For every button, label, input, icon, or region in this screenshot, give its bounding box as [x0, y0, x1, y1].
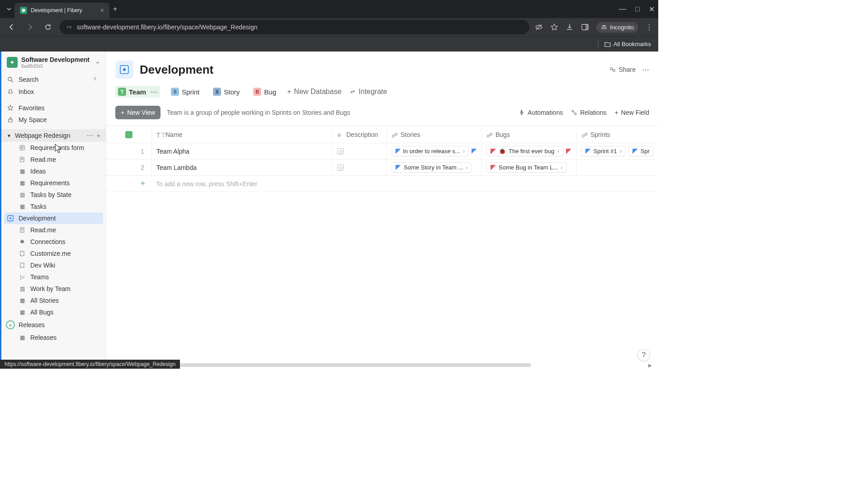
cell-description[interactable]: [332, 143, 387, 159]
sidebar-search[interactable]: Search: [1, 73, 106, 86]
sidebar-favorites[interactable]: Favorites: [1, 102, 106, 114]
cell-description[interactable]: [332, 160, 387, 175]
data-table: T⊤Name ≡Description ☍Stories ☍Bugs ☍Spri…: [106, 126, 658, 192]
search-icon: [7, 76, 14, 83]
sidebar-inbox[interactable]: Inbox: [1, 86, 106, 98]
tree-customize[interactable]: Customize.me: [1, 248, 106, 259]
cell-sprints[interactable]: Sprint #1› Spr: [576, 143, 658, 159]
add-row[interactable]: + To add a new row, press Shift+Enter: [106, 176, 658, 192]
cell-bugs[interactable]: 🐞The first ever bug›: [481, 143, 576, 159]
sidebar-section-releases[interactable]: ⎈ Releases: [1, 318, 106, 332]
tree-all-stories[interactable]: ▦All Stories: [1, 295, 106, 306]
tree-requirements[interactable]: ▦Requirements: [1, 177, 106, 189]
bell-icon: [7, 88, 14, 95]
cell-name[interactable]: Team Lambda: [151, 160, 332, 175]
cell-stories[interactable]: In order to release s...›: [387, 143, 481, 159]
cell-bugs[interactable]: Some Bug in Team L...›: [481, 160, 576, 175]
tab-search-dropdown[interactable]: [4, 4, 14, 14]
collapse-sidebar-icon[interactable]: [92, 75, 100, 84]
ladybug-icon: 🐞: [499, 148, 506, 155]
bookmark-star-icon[interactable]: [550, 23, 558, 31]
tree-ideas[interactable]: ▦Ideas: [1, 165, 106, 177]
table-row[interactable]: 1 Team Alpha In order to release s...› 🐞…: [106, 143, 658, 160]
incognito-badge[interactable]: Incognito: [596, 22, 638, 33]
minimize-icon[interactable]: ―: [619, 5, 626, 14]
cell-sprints[interactable]: [576, 160, 658, 175]
new-database-button[interactable]: +New Database: [287, 88, 341, 96]
all-bookmarks-button[interactable]: All Bookmarks: [604, 41, 651, 47]
chevron-right-icon[interactable]: ›: [620, 148, 622, 155]
tree-tasks[interactable]: ▦Tasks: [1, 201, 106, 212]
help-button[interactable]: ?: [637, 349, 650, 361]
tree-teams[interactable]: ▷Teams: [1, 271, 106, 283]
forward-button[interactable]: [24, 21, 36, 33]
table-row[interactable]: 2 Team Lambda Some Story in Team ...› So…: [106, 160, 658, 176]
col-description[interactable]: ≡Description: [332, 126, 387, 143]
doc-icon: [19, 156, 26, 163]
col-name[interactable]: T⊤Name: [151, 126, 332, 143]
chevron-right-icon[interactable]: ›: [463, 148, 465, 155]
page-more-icon[interactable]: ⋯: [642, 66, 649, 74]
cell-stories[interactable]: Some Story in Team ...›: [387, 160, 481, 175]
col-bugs[interactable]: ☍Bugs: [481, 126, 576, 143]
new-tab-button[interactable]: +: [113, 5, 117, 13]
chevron-right-icon[interactable]: ›: [561, 164, 562, 171]
section-more-icon[interactable]: ⋯: [87, 132, 93, 139]
caret-down-icon[interactable]: ▼: [7, 133, 11, 138]
downloads-icon[interactable]: [566, 23, 574, 31]
close-window-icon[interactable]: ✕: [649, 5, 655, 14]
plus-icon[interactable]: +: [140, 179, 151, 188]
chevron-right-icon[interactable]: ›: [557, 148, 559, 155]
share-button[interactable]: Share: [609, 66, 636, 73]
chevron-right-icon[interactable]: ›: [466, 164, 467, 171]
col-sprints[interactable]: ☍Sprints: [576, 126, 658, 143]
grid-icon: ▦: [19, 203, 26, 210]
integrate-button[interactable]: Integrate: [349, 88, 387, 96]
sidepanel-icon[interactable]: [581, 23, 589, 31]
col-stories[interactable]: ☍Stories: [387, 126, 481, 143]
tree-readme[interactable]: Read.me: [1, 154, 106, 165]
cell-name[interactable]: Team Alpha: [151, 143, 332, 159]
tree-connections[interactable]: ✱Connections: [1, 236, 106, 248]
flag-icon: [472, 149, 477, 154]
flag-icon: [632, 149, 638, 154]
tree-all-bugs[interactable]: ▦All Bugs: [1, 306, 106, 318]
browser-menu-icon[interactable]: ⋮: [646, 23, 653, 32]
db-tab-story[interactable]: SStory: [210, 86, 242, 98]
site-settings-icon[interactable]: [66, 24, 72, 30]
eye-off-icon[interactable]: [535, 23, 543, 31]
new-field-button[interactable]: +New Field: [615, 109, 649, 116]
automations-button[interactable]: Automations: [519, 109, 563, 116]
section-add-icon[interactable]: +: [97, 132, 100, 139]
table-header: T⊤Name ≡Description ☍Stories ☍Bugs ☍Spri…: [106, 126, 658, 143]
page-title[interactable]: Development: [140, 63, 213, 77]
horizontal-scrollbar[interactable]: ▶: [106, 363, 652, 368]
tab-more-icon[interactable]: ⋯: [151, 88, 157, 96]
relations-button[interactable]: Relations: [571, 109, 606, 116]
url-input[interactable]: software-development.fibery.io/fibery/sp…: [60, 20, 529, 34]
db-tab-sprint[interactable]: SSprint: [168, 86, 202, 98]
board-icon: ▥: [19, 285, 26, 292]
db-tab-bug[interactable]: BBug: [250, 86, 279, 98]
svg-point-14: [9, 217, 11, 219]
workspace-switcher[interactable]: ✦ Software Development 6ad8d3d1: [1, 52, 106, 73]
tree-tasks-by-state[interactable]: ▥Tasks by State: [1, 189, 106, 201]
chevron-down-icon: [95, 60, 100, 65]
tree-development[interactable]: Development: [4, 212, 103, 224]
sidebar-section-webpage-redesign[interactable]: ▼ Webpage Redesign ⋯ +: [1, 129, 106, 142]
tree-releases[interactable]: ▦Releases: [1, 332, 106, 343]
page-icon[interactable]: [115, 61, 133, 79]
tree-readme-2[interactable]: Read.me: [1, 224, 106, 236]
tab-close-icon[interactable]: ×: [100, 7, 104, 14]
db-tab-team[interactable]: TTeam⋯: [115, 86, 160, 98]
tree-requirements-form[interactable]: Requirements form: [1, 142, 106, 154]
reload-button[interactable]: [42, 21, 54, 33]
tree-work-by-team[interactable]: ▥Work by Team: [1, 283, 106, 295]
browser-tab[interactable]: Development | Fibery ×: [14, 3, 109, 18]
maximize-icon[interactable]: □: [635, 5, 640, 14]
new-view-button[interactable]: +New View: [115, 106, 160, 119]
svg-point-21: [613, 70, 615, 72]
sidebar-my-space[interactable]: My Space: [1, 114, 106, 126]
tree-dev-wiki[interactable]: Dev Wiki: [1, 259, 106, 271]
back-button[interactable]: [5, 21, 18, 33]
